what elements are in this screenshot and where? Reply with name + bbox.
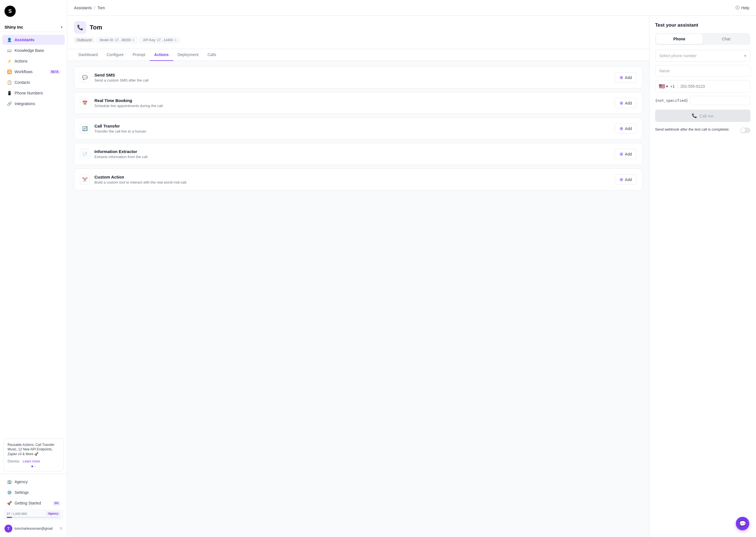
- action-name: Real Time Booking: [95, 98, 610, 103]
- action-info: Send SMS Send a custom SMS after the cal…: [95, 73, 610, 82]
- toggle-knob: [741, 128, 745, 133]
- chat-toggle-button[interactable]: Chat: [703, 34, 750, 44]
- assistant-name: Tom: [90, 24, 102, 31]
- beta-badge: BETA: [50, 70, 60, 74]
- sidebar-item-label: Workflows: [15, 69, 32, 74]
- sidebar-item-workflows[interactable]: 🔀 Workflows BETA: [2, 67, 65, 77]
- flag-code-selector[interactable]: 🇺🇸 ▾: [659, 83, 668, 89]
- assistants-icon: 👤: [7, 38, 12, 42]
- phone-toggle-button[interactable]: Phone: [656, 34, 703, 44]
- call-transfer-icon: 🔄: [80, 124, 90, 134]
- sidebar-item-phone-numbers[interactable]: 📱 Phone Numbers: [2, 88, 65, 98]
- sidebar-item-label: Actions: [15, 59, 27, 63]
- test-panel-title: Test your assistant: [655, 22, 750, 28]
- sidebar-item-label: Assistants: [15, 38, 34, 42]
- sidebar-item-knowledge-base[interactable]: 📖 Knowledge Base: [2, 45, 65, 56]
- phone-number-input[interactable]: [680, 84, 747, 89]
- help-button[interactable]: ⓘ Help: [736, 5, 749, 10]
- content-area: 📞 Tom Outbound Model ID: 17...98200 ⎘ AP…: [67, 16, 756, 537]
- sidebar-item-actions[interactable]: ⚡ Actions: [2, 56, 65, 66]
- sidebar-item-contacts[interactable]: 📋 Contacts: [2, 77, 65, 87]
- tabs-bar: Dashboard Configure Prompt Actions Deplo…: [67, 49, 649, 61]
- sidebar-nav: 👤 Assistants 📖 Knowledge Base ⚡ Actions …: [0, 32, 67, 436]
- add-label: Add: [625, 178, 632, 182]
- plus-circle-icon: ⊕: [619, 151, 623, 157]
- call-me-button[interactable]: 📞 Call me: [655, 109, 750, 122]
- add-label: Add: [625, 126, 632, 131]
- action-name: Custom Action: [95, 175, 610, 179]
- webhook-row: Send webhook after the test call is comp…: [655, 127, 750, 133]
- avatar: T: [5, 525, 12, 532]
- call-me-label: Call me: [699, 113, 714, 118]
- sidebar-item-label: Getting Started: [15, 501, 41, 505]
- select-phone-dropdown[interactable]: Select phone number ▾: [655, 50, 750, 62]
- us-flag: 🇺🇸: [659, 83, 665, 89]
- org-selector[interactable]: Shiny Inc ▾: [0, 22, 67, 32]
- logo-icon: S: [5, 6, 16, 17]
- promo-learn-more-button[interactable]: Learn more: [23, 459, 40, 463]
- action-info: Information Extractor Extracts informati…: [95, 149, 610, 159]
- select-phone-placeholder: Select phone number: [659, 54, 696, 58]
- custom-action-icon: ✂️: [80, 175, 90, 185]
- knowledge-base-icon: 📖: [7, 48, 12, 53]
- promo-card: Reusable Actions, Call Transfer Music, 1…: [3, 438, 63, 472]
- not-specified-input[interactable]: [690, 96, 750, 105]
- model-id-chip: Model ID: 17...98200 ⎘: [97, 37, 138, 43]
- not-specified-row: {not_specified}: [655, 96, 750, 105]
- sidebar-item-settings[interactable]: ⚙️ Settings: [2, 487, 65, 497]
- tab-actions[interactable]: Actions: [150, 49, 173, 61]
- assistant-icon: 📞: [74, 21, 86, 34]
- add-custom-action-button[interactable]: ⊕ Add: [615, 174, 637, 185]
- phone-icon: 📞: [692, 113, 697, 118]
- action-desc: Extracts information from the call: [95, 155, 610, 159]
- assistant-meta: Outbound Model ID: 17...98200 ⎘ API Key:…: [74, 37, 643, 43]
- send-sms-icon: 💬: [80, 73, 90, 83]
- api-key-chip: API Key: 17...14400 ⎘: [140, 37, 179, 43]
- user-row[interactable]: T tomcharlesosman@gmail ⇅: [0, 522, 67, 535]
- user-chevron-icon: ⇅: [60, 527, 62, 531]
- model-id-text: Model ID: 17...98200: [100, 38, 131, 42]
- breadcrumb-current: Tom: [98, 6, 105, 10]
- usage-minutes: 97 / 1,000 MIN: [7, 512, 27, 516]
- tab-deployment[interactable]: Deployment: [173, 49, 203, 61]
- chevron-down-icon: ▾: [744, 54, 746, 58]
- sidebar-bottom: 🏢 Agency ⚙️ Settings 🚀 Getting Started 0…: [0, 474, 67, 537]
- action-info: Custom Action Build a custom tool to int…: [95, 175, 610, 185]
- add-call-transfer-button[interactable]: ⊕ Add: [615, 123, 637, 134]
- sidebar-item-label: Integrations: [15, 102, 35, 106]
- tab-calls[interactable]: Calls: [203, 49, 220, 61]
- sidebar-item-integrations[interactable]: 🔗 Integrations: [2, 99, 65, 109]
- sidebar-logo: S: [0, 0, 67, 22]
- tab-configure[interactable]: Configure: [102, 49, 128, 61]
- action-card-information-extractor: 📄 Information Extractor Extracts informa…: [74, 143, 643, 165]
- copy-api-key-icon[interactable]: ⎘: [175, 38, 177, 42]
- action-desc: Schedule live appointments during the ca…: [95, 104, 610, 108]
- assistant-title-row: 📞 Tom: [74, 21, 643, 34]
- add-label: Add: [625, 152, 632, 156]
- dot: [34, 466, 36, 467]
- getting-started-badge: 0%: [53, 501, 60, 505]
- add-real-time-booking-button[interactable]: ⊕ Add: [615, 98, 637, 108]
- add-information-extractor-button[interactable]: ⊕ Add: [615, 149, 637, 159]
- agency-icon: 🏢: [7, 479, 12, 484]
- sidebar-item-assistants[interactable]: 👤 Assistants: [2, 35, 65, 45]
- sidebar: S Shiny Inc ▾ 👤 Assistants 📖 Knowledge B…: [0, 0, 67, 537]
- copy-model-id-icon[interactable]: ⎘: [133, 38, 135, 42]
- sidebar-item-getting-started[interactable]: 🚀 Getting Started 0%: [2, 498, 65, 508]
- sidebar-item-agency[interactable]: 🏢 Agency: [2, 477, 65, 487]
- webhook-toggle[interactable]: [740, 128, 750, 133]
- promo-dismiss-button[interactable]: Dismiss: [8, 459, 19, 463]
- action-desc: Build a custom tool to interact with the…: [95, 180, 610, 185]
- breadcrumb-assistants[interactable]: Assistants: [74, 6, 92, 10]
- chat-bubble-button[interactable]: 💬: [736, 517, 749, 530]
- tab-prompt[interactable]: Prompt: [128, 49, 150, 61]
- action-card-real-time-booking: 📅 Real Time Booking Schedule live appoin…: [74, 92, 643, 114]
- main-content: Assistants / Tom ⓘ Help 📞 Tom Outbound M…: [67, 0, 756, 537]
- add-send-sms-button[interactable]: ⊕ Add: [615, 72, 637, 83]
- help-label: Help: [741, 6, 749, 10]
- assistant-header: 📞 Tom Outbound Model ID: 17...98200 ⎘ AP…: [67, 16, 649, 49]
- promo-text: Reusable Actions, Call Transfer Music, 1…: [8, 442, 60, 457]
- phone-numbers-icon: 📱: [7, 91, 12, 95]
- name-input[interactable]: [655, 65, 750, 77]
- tab-dashboard[interactable]: Dashboard: [74, 49, 102, 61]
